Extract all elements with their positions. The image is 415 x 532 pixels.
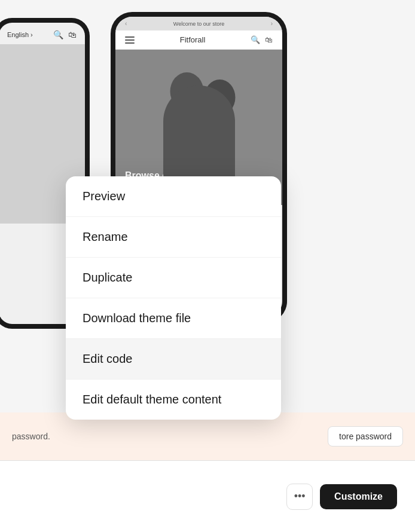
hamburger-icon[interactable] <box>125 36 135 44</box>
store-navbar: Fitforall 🔍 🛍 <box>115 30 282 50</box>
bag-icon[interactable]: 🛍 <box>68 30 77 39</box>
dropdown-item-download-theme-file[interactable]: Download theme file <box>66 298 281 339</box>
more-options-button[interactable]: ••• <box>286 484 313 510</box>
more-icon: ••• <box>294 490 306 503</box>
store-password-button[interactable]: tore password <box>328 426 403 447</box>
forward-arrow-icon[interactable]: › <box>271 20 273 27</box>
banner-text: password. <box>12 432 50 441</box>
svg-point-3 <box>205 80 236 115</box>
search-icon[interactable]: 🔍 <box>53 30 63 39</box>
url-bar: Welcome to our store <box>173 21 224 27</box>
password-banner: password. tore password <box>0 412 415 460</box>
bag-icon[interactable]: 🛍 <box>265 35 273 44</box>
dropdown-item-duplicate[interactable]: Duplicate <box>66 258 281 298</box>
search-icon[interactable]: 🔍 <box>251 35 260 44</box>
language-label: English <box>7 31 29 38</box>
dropdown-item-edit-code[interactable]: Edit code <box>66 339 281 380</box>
dropdown-menu: PreviewRenameDuplicateDownload theme fil… <box>66 176 281 420</box>
svg-point-1 <box>170 72 204 111</box>
dropdown-item-preview[interactable]: Preview <box>66 176 281 217</box>
chevron-down-icon: › <box>30 31 33 38</box>
store-logo: Fitforall <box>180 35 206 44</box>
bottom-toolbar: ••• Customize <box>0 460 415 532</box>
dropdown-item-edit-default-theme-content[interactable]: Edit default theme content <box>66 380 281 420</box>
browser-topbar: ‹ Welcome to our store › <box>115 17 282 30</box>
dropdown-item-rename[interactable]: Rename <box>66 217 281 258</box>
language-selector[interactable]: English › <box>7 31 33 38</box>
back-arrow-icon[interactable]: ‹ <box>125 20 127 27</box>
customize-button[interactable]: Customize <box>320 484 397 509</box>
